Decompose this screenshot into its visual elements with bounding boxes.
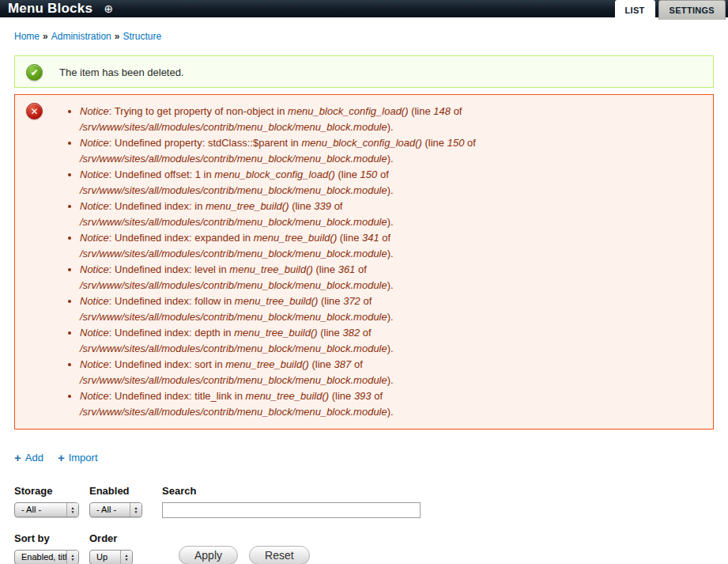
breadcrumb-link-administration[interactable]: Administration	[51, 31, 111, 42]
notice-item: Notice: Undefined index: depth in menu_t…	[80, 325, 476, 357]
select-stepper-icon: ▲▼	[120, 551, 132, 564]
search-label: Search	[162, 485, 421, 497]
error-message: ✕ Notice: Trying to get property of non-…	[14, 94, 714, 430]
apply-button[interactable]: Apply	[179, 546, 238, 564]
sort-by-select-value: Enabled, title	[15, 551, 66, 564]
select-stepper-icon: ▲▼	[130, 503, 141, 517]
sort-by-label: Sort by	[14, 532, 89, 544]
select-stepper-icon: ▲▼	[66, 551, 78, 564]
enabled-select-value: - All -	[90, 503, 130, 517]
breadcrumb-link-structure[interactable]: Structure	[123, 31, 161, 42]
notice-list: Notice: Trying to get property of non-ob…	[43, 104, 476, 420]
enabled-label: Enabled	[89, 485, 162, 497]
order-select-value: Up	[90, 551, 120, 564]
notice-item: Notice: Undefined index: in menu_tree_bu…	[80, 199, 476, 230]
reset-button[interactable]: Reset	[249, 546, 310, 564]
notice-item: Notice: Undefined index: level in menu_t…	[80, 262, 476, 293]
add-circle-icon[interactable]: ⊕	[104, 0, 114, 17]
import-link[interactable]: + Import	[58, 452, 98, 464]
notice-item: Notice: Undefined index: expanded in men…	[80, 230, 476, 262]
status-message: ✔ The item has been deleted.	[14, 55, 714, 88]
storage-label: Storage	[14, 485, 89, 497]
page-title: Menu Blocks	[0, 0, 92, 17]
search-input[interactable]	[162, 502, 421, 518]
breadcrumb: Home»Administration»Structure	[14, 31, 714, 42]
add-link-label: Add	[25, 452, 43, 464]
tab-settings[interactable]: SETTINGS	[658, 0, 726, 20]
plus-icon: +	[14, 452, 21, 463]
primary-tabs: LIST SETTINGS	[615, 0, 726, 20]
notice-item: Notice: Undefined offset: 1 in menu_bloc…	[80, 167, 476, 199]
notice-item: Notice: Undefined property: stdClass::$p…	[80, 135, 476, 167]
notice-item: Notice: Undefined index: sort in menu_tr…	[80, 357, 476, 388]
storage-select[interactable]: - All - ▲▼	[14, 502, 79, 517]
status-message-text: The item has been deleted.	[59, 62, 184, 81]
error-icon: ✕	[26, 103, 43, 119]
sort-row: Sort by Enabled, title ▲▼ Order Up ▲▼ Ap…	[14, 532, 714, 564]
filters-row: Storage - All - ▲▼ Enabled - All - ▲▼ Se…	[14, 485, 714, 518]
tab-list[interactable]: LIST	[615, 0, 655, 20]
notice-item: Notice: Trying to get property of non-ob…	[80, 104, 476, 135]
storage-select-value: - All -	[15, 503, 66, 517]
breadcrumb-separator: »	[43, 31, 48, 42]
plus-icon: +	[58, 452, 65, 463]
notice-item: Notice: Undefined index: title_link in m…	[80, 388, 476, 420]
import-link-label: Import	[69, 452, 98, 464]
add-link[interactable]: + Add	[14, 452, 43, 464]
action-links: + Add + Import	[14, 452, 714, 464]
notice-item: Notice: Undefined index: follow in menu_…	[80, 293, 476, 325]
check-icon: ✔	[26, 64, 43, 81]
enabled-select[interactable]: - All - ▲▼	[89, 502, 142, 517]
header-bar: Menu Blocks ⊕ LIST SETTINGS	[0, 0, 728, 17]
sort-by-select[interactable]: Enabled, title ▲▼	[14, 550, 79, 564]
breadcrumb-link-home[interactable]: Home	[14, 31, 40, 42]
select-stepper-icon: ▲▼	[66, 503, 78, 517]
order-select[interactable]: Up ▲▼	[89, 550, 133, 564]
breadcrumb-separator: »	[115, 31, 120, 42]
order-label: Order	[89, 532, 157, 544]
